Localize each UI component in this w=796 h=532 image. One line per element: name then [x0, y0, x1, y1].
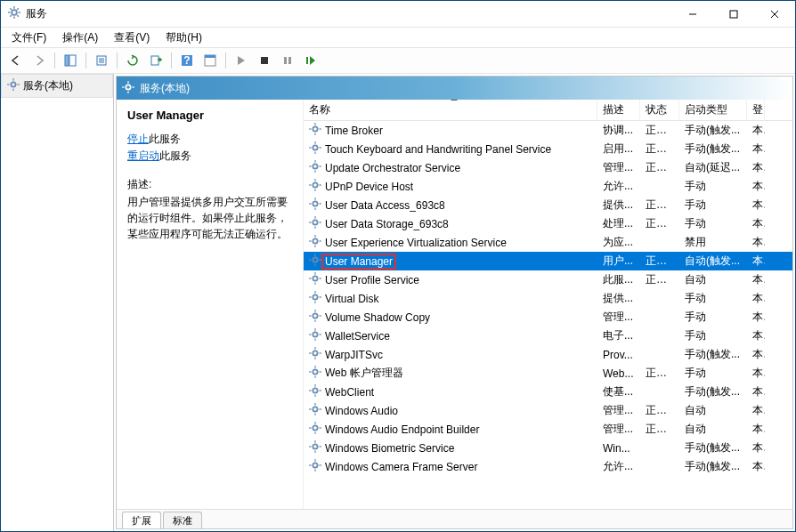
service-login: 本: [747, 440, 765, 455]
svg-text:?: ?: [183, 54, 190, 67]
service-startup: 手动(触发...: [679, 440, 747, 455]
service-desc: Prov...: [597, 349, 640, 361]
svg-point-78: [313, 276, 317, 280]
svg-point-33: [126, 85, 130, 89]
svg-point-83: [313, 294, 317, 299]
export-button[interactable]: [146, 51, 166, 70]
export-list-button[interactable]: [92, 51, 111, 70]
start-service-button[interactable]: [231, 51, 251, 70]
svg-point-113: [313, 407, 317, 411]
menu-view[interactable]: 查看(V): [107, 28, 157, 47]
column-state[interactable]: 状态: [640, 100, 679, 121]
svg-point-68: [313, 238, 317, 243]
service-name: User Experience Virtualization Service: [325, 237, 507, 249]
service-row[interactable]: WebClient使基...手动(触发...本: [304, 383, 792, 401]
tab-standard[interactable]: 标准: [163, 512, 202, 529]
stop-link[interactable]: 停止: [127, 133, 149, 145]
close-button[interactable]: [754, 1, 795, 28]
service-login: 本: [747, 179, 765, 194]
pause-service-button[interactable]: [278, 51, 297, 70]
gear-icon: [309, 422, 321, 437]
service-startup: 手动(触发...: [679, 384, 747, 399]
svg-line-5: [10, 8, 12, 10]
service-row[interactable]: UPnP Device Host允许...手动本: [304, 177, 792, 196]
help-button[interactable]: ?: [177, 51, 197, 70]
column-description[interactable]: 描述: [597, 100, 640, 121]
service-desc: 启用...: [597, 141, 640, 157]
menu-file[interactable]: 文件(F): [4, 28, 53, 47]
service-row[interactable]: Volume Shadow Copy管理...手动本: [304, 308, 792, 326]
gear-icon: [309, 179, 321, 194]
svg-rect-26: [288, 57, 291, 64]
service-desc: 此服...: [597, 272, 640, 287]
properties-button[interactable]: [200, 51, 220, 70]
service-row[interactable]: Touch Keyboard and Handwriting Panel Ser…: [304, 140, 792, 158]
service-name-cell: User Data Access_693c8: [304, 197, 597, 213]
service-name: Update Orchestrator Service: [325, 162, 460, 174]
svg-point-93: [313, 332, 317, 336]
back-button[interactable]: [6, 51, 26, 70]
stop-service-button[interactable]: [255, 51, 274, 70]
service-state: 正在...: [640, 197, 679, 213]
service-row[interactable]: Update Orchestrator Service管理...正在...自动(…: [304, 158, 792, 177]
service-row[interactable]: Virtual Disk提供...手动本: [304, 289, 792, 308]
menu-help[interactable]: 帮助(H): [158, 28, 209, 47]
service-desc: 允许...: [597, 459, 640, 474]
service-login: 本: [747, 422, 765, 437]
description-label: 描述:: [127, 177, 292, 192]
service-desc: 使基...: [597, 384, 640, 399]
service-row[interactable]: Windows Biometric ServiceWin...手动(触发...本: [304, 439, 792, 457]
service-row[interactable]: Web 帐户管理器Web...正在...手动本: [304, 364, 792, 383]
service-startup: 自动: [679, 403, 747, 418]
service-row[interactable]: User Profile Service此服...正在...自动本: [304, 270, 792, 289]
gear-icon: [309, 459, 321, 474]
service-startup: 手动(触发...: [679, 141, 747, 157]
service-row[interactable]: Windows Audio管理...正在...自动本: [304, 401, 792, 420]
service-name: Windows Audio Endpoint Builder: [325, 423, 479, 436]
show-hide-tree-button[interactable]: [61, 51, 80, 70]
service-row[interactable]: User Data Storage_693c8处理...正在...手动本: [304, 214, 792, 233]
column-headers: 名称 描述 状态 启动类型 登: [304, 100, 792, 121]
minimize-button[interactable]: [672, 1, 713, 28]
gear-icon: [309, 272, 321, 287]
refresh-button[interactable]: [123, 51, 142, 70]
service-row[interactable]: Windows Audio Endpoint Builder管理...正在...…: [304, 420, 792, 439]
gear-icon: [309, 216, 321, 231]
service-name: Volume Shadow Copy: [325, 311, 430, 324]
column-startup[interactable]: 启动类型: [679, 100, 747, 121]
service-row[interactable]: WalletService电子...手动本: [304, 326, 792, 345]
service-row[interactable]: Time Broker协调...正在...手动(触发...本: [304, 121, 792, 140]
service-name-cell: UPnP Device Host: [304, 179, 597, 194]
nav-root-item[interactable]: 服务(本地): [1, 74, 113, 98]
maximize-button[interactable]: [713, 1, 754, 28]
service-startup: 手动: [679, 310, 747, 325]
svg-point-88: [313, 313, 317, 318]
detail-header: 服务(本地): [117, 77, 792, 100]
service-row[interactable]: User Experience Virtualization Service为应…: [304, 233, 792, 252]
menu-action[interactable]: 操作(A): [55, 28, 105, 47]
column-login[interactable]: 登: [747, 100, 765, 121]
service-name: Virtual Disk: [325, 293, 378, 305]
restart-link[interactable]: 重启动: [127, 149, 159, 162]
restart-service-button[interactable]: [301, 51, 321, 70]
service-row[interactable]: User Data Access_693c8提供...正在...手动本: [304, 196, 792, 214]
tab-extended[interactable]: 扩展: [122, 512, 161, 529]
service-startup: 手动: [679, 366, 747, 381]
service-startup: 手动: [679, 291, 747, 306]
service-row[interactable]: User Manager用户...正在...自动(触发...本: [304, 252, 792, 270]
service-startup: 手动: [679, 328, 747, 343]
column-name[interactable]: 名称: [304, 100, 597, 121]
svg-point-28: [11, 82, 15, 86]
service-row[interactable]: Windows Camera Frame Server允许...手动(触发...…: [304, 457, 792, 476]
list-body[interactable]: Time Broker协调...正在...手动(触发...本Touch Keyb…: [304, 121, 792, 509]
service-list: 名称 描述 状态 启动类型 登 Time Broker协调...正在...手动(…: [304, 100, 792, 509]
svg-point-48: [313, 164, 317, 168]
tabstrip: 扩展 标准: [117, 509, 792, 528]
forward-button[interactable]: [29, 51, 49, 70]
service-desc: Win...: [597, 442, 640, 455]
detail-header-title: 服务(本地): [140, 81, 190, 96]
service-row[interactable]: WarpJITSvcProv...手动(触发...本: [304, 345, 792, 364]
service-startup: 手动: [679, 197, 747, 213]
service-name: User Data Storage_693c8: [325, 218, 449, 230]
service-startup: 手动(触发...: [679, 123, 747, 138]
